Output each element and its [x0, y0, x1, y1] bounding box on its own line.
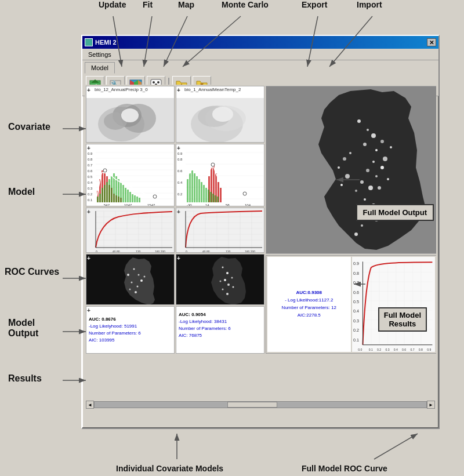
full-aic: AIC:2278.5: [271, 312, 347, 319]
tabs-bar: Model: [82, 60, 438, 73]
stats-loglik-2: -Log Likelyhood: 38431: [179, 318, 262, 325]
svg-point-206: [224, 279, 226, 281]
close-button[interactable]: ✕: [427, 38, 436, 46]
svg-rect-137: [210, 192, 212, 202]
model-output-cell-2: +: [176, 254, 264, 305]
svg-point-44: [355, 190, 357, 192]
svg-point-142: [243, 192, 246, 195]
svg-text:0.2: 0.2: [377, 348, 381, 351]
full-model-area: AUC:0.9308 - Log Likelihood:1127.2 Numbe…: [266, 255, 436, 354]
svg-text:0.3: 0.3: [353, 319, 359, 324]
cell-plus-4[interactable]: +: [177, 145, 180, 151]
scroll-right-btn[interactable]: ►: [427, 401, 435, 409]
svg-text:0.6: 0.6: [353, 290, 359, 295]
stats-params-1: Number of Parameters: 6: [89, 330, 172, 337]
svg-text:0.4: 0.4: [353, 309, 359, 314]
model-chart-cell-1: + 0.9 0.8 0.7 0.6 0.5 0.4 0.3 0.2 0.1: [86, 144, 175, 206]
title-icon: [85, 38, 93, 46]
svg-rect-133: [201, 182, 202, 202]
cell-plus-1[interactable]: +: [87, 87, 90, 93]
svg-point-195: [144, 276, 146, 278]
california-map-cell: [266, 86, 436, 254]
svg-text:40 80: 40 80: [113, 250, 120, 253]
title-bar: HEMI 2 ✕: [82, 36, 438, 49]
svg-point-196: [127, 274, 129, 276]
svg-rect-104: [136, 197, 138, 202]
cell-plus-5[interactable]: +: [87, 209, 90, 215]
svg-rect-140: [217, 197, 219, 202]
svg-point-10: [153, 81, 155, 83]
stats-aic-2: AIC: 76875: [179, 332, 262, 339]
annotation-full-roc: Full Model ROC Curve: [302, 464, 387, 473]
svg-rect-92: [108, 179, 110, 202]
svg-text:0.3: 0.3: [385, 348, 389, 351]
svg-rect-129: [191, 170, 193, 202]
cell-plus-6[interactable]: +: [177, 209, 180, 215]
svg-rect-128: [189, 173, 191, 202]
svg-text:1047: 1047: [124, 204, 132, 206]
svg-point-33: [375, 149, 378, 151]
tab-model[interactable]: Model: [85, 62, 115, 74]
svg-point-194: [129, 289, 131, 290]
svg-text:0.1: 0.1: [368, 348, 372, 351]
svg-text:0.9: 0.9: [353, 261, 359, 266]
svg-rect-97: [120, 182, 122, 202]
annotation-import: Import: [357, 0, 382, 9]
svg-text:0.2: 0.2: [88, 192, 93, 196]
content-area: + bio_12_AnnualPrecip 3_0 + bio_1_Annual…: [85, 85, 436, 410]
svg-point-35: [390, 146, 392, 148]
svg-text:160 200: 160 200: [155, 250, 165, 253]
covariate-cell-1: + bio_12_AnnualPrecip 3_0: [86, 86, 175, 143]
svg-point-203: [226, 293, 229, 295]
svg-text:1547: 1547: [147, 204, 155, 206]
menu-settings[interactable]: Settings: [85, 50, 115, 59]
cell-plus-9[interactable]: +: [87, 307, 90, 314]
svg-point-51: [361, 224, 363, 227]
svg-text:0.7: 0.7: [88, 163, 93, 167]
svg-rect-102: [132, 194, 133, 202]
svg-text:0.4: 0.4: [88, 181, 93, 184]
svg-text:14: 14: [205, 204, 209, 206]
svg-text:58: 58: [226, 204, 230, 206]
svg-point-37: [372, 161, 375, 163]
scroll-thumb[interactable]: [227, 402, 277, 408]
svg-rect-131: [196, 176, 198, 202]
full-roc-panel: 0.9 0.8 0.7 0.6 0.5 0.4 0.3 0.2 0.1: [352, 257, 436, 352]
stats-params-2: Number of Parameters: 6: [179, 325, 262, 332]
svg-text:0.4: 0.4: [177, 181, 183, 184]
svg-point-45: [378, 186, 381, 190]
svg-text:0.8: 0.8: [177, 158, 183, 161]
results-cell-2: AUC: 0.9054 -Log Likelyhood: 38431 Numbe…: [176, 306, 264, 354]
svg-rect-167: [176, 208, 264, 253]
cell-plus-8[interactable]: +: [177, 255, 180, 261]
svg-point-29: [357, 119, 361, 123]
covariate-cell-2: + bio_1_AnnualMeanTemp_2: [176, 86, 264, 143]
svg-point-54: [343, 157, 346, 161]
cell-plus-7[interactable]: +: [87, 255, 90, 261]
svg-point-40: [380, 166, 384, 169]
svg-text:0.2: 0.2: [177, 192, 183, 196]
roc-cell-2: + 0 40 80: [176, 208, 264, 253]
stats-auc-1: AUC: 0.8676: [89, 316, 172, 323]
svg-text:0: 0: [186, 250, 187, 253]
full-loglik: - Log Likelihood:1127.2: [271, 297, 347, 304]
svg-rect-126: [220, 188, 222, 202]
svg-rect-91: [106, 182, 108, 202]
svg-text:0.7: 0.7: [410, 348, 414, 351]
svg-text:0.1: 0.1: [88, 198, 93, 202]
svg-rect-105: [139, 198, 140, 202]
svg-text:0.8: 0.8: [418, 348, 422, 351]
svg-rect-130: [194, 173, 195, 202]
svg-point-41: [387, 178, 389, 180]
scrollbar[interactable]: ◄ ►: [86, 400, 435, 409]
stats-aic-1: AIC: 103995: [89, 337, 172, 344]
cell-label-2: bio_1_AnnualMeanTemp_2: [184, 87, 241, 92]
cell-plus-2[interactable]: +: [177, 87, 180, 93]
svg-point-198: [222, 267, 224, 268]
cell-plus-3[interactable]: +: [87, 145, 90, 151]
svg-text:0.8: 0.8: [353, 271, 359, 276]
full-model-results-label: Full ModelResults: [378, 307, 427, 332]
svg-text:0.9: 0.9: [427, 348, 431, 351]
stats-auc-2: AUC: 0.9054: [179, 311, 262, 318]
scroll-left-btn[interactable]: ◄: [86, 401, 94, 409]
